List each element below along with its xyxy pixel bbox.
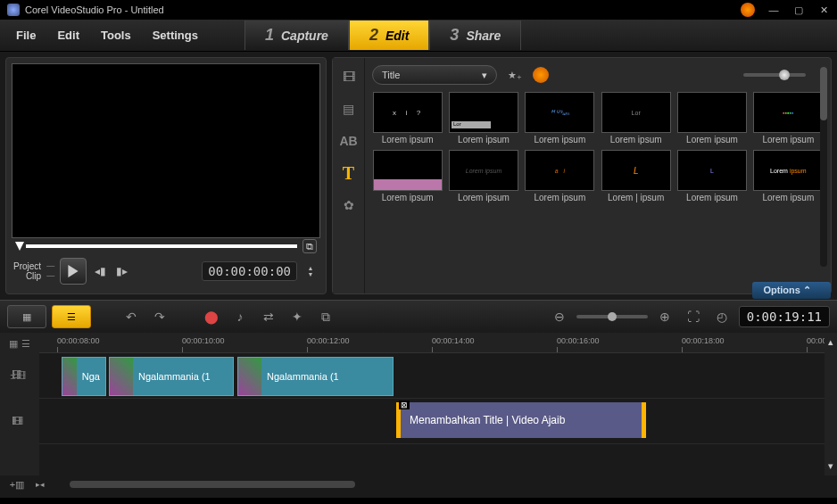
subtitle-button[interactable]: ⧉ — [314, 305, 337, 328]
seek-playhead[interactable] — [15, 242, 24, 251]
timeline-ruler[interactable]: 00:00:08:0000:00:10:0000:00:12:0000:00:1… — [39, 333, 837, 353]
libtab-text[interactable]: AB — [337, 129, 360, 153]
title-thumb[interactable]: LorLorem ipsum — [448, 92, 518, 145]
step-edit[interactable]: 2Edit — [349, 21, 429, 50]
batch-convert-button[interactable]: ⇄ — [257, 305, 280, 328]
menu-edit[interactable]: Edit — [46, 29, 90, 42]
title-clip-label: Menambahkan Title | Video Ajaib — [410, 414, 565, 426]
video-clip[interactable]: Ngalammania (1 — [109, 357, 234, 396]
title-thumb[interactable]: ▪▪▪▪▪Lorem ipsum — [753, 92, 824, 145]
zoom-out-button[interactable]: ⊖ — [548, 305, 571, 328]
audio-mixer-button[interactable]: ♪ — [228, 305, 252, 328]
storyboard-view-button[interactable]: ▦ — [7, 305, 46, 328]
track-toggle-1[interactable]: ▦ ☰ — [0, 333, 39, 354]
title-thumb[interactable]: x i ?Lorem ipsum — [372, 92, 443, 145]
libtab-transition[interactable]: ▤ — [337, 97, 360, 120]
add-favorite-icon[interactable]: ★₊ — [506, 66, 524, 84]
window-title: Corel VideoStudio Pro - Untitled — [25, 4, 741, 15]
category-dropdown[interactable]: Title▾ — [372, 65, 497, 85]
preview-timecode[interactable]: 00:00:00:00 — [202, 261, 297, 281]
video-track[interactable]: ±🎞 NgaNgalammania (1Ngalammania (1 — [39, 353, 837, 399]
video-clip[interactable]: Ngalammania (1 — [237, 357, 394, 396]
timeline-vscrollbar[interactable]: ▴▾ — [825, 333, 837, 475]
clock-button[interactable]: ◴ — [710, 305, 733, 328]
timecode-spinner[interactable]: ▲▼ — [302, 264, 319, 278]
timeline-timecode[interactable]: 0:00:19:11 — [739, 306, 830, 327]
play-button[interactable] — [60, 258, 87, 285]
next-frame-button[interactable]: ▮▸ — [113, 264, 129, 278]
libtab-title[interactable]: T — [337, 161, 360, 185]
title-thumb[interactable]: Lorem ipsum — [676, 92, 747, 145]
menu-tools[interactable]: Tools — [90, 29, 142, 42]
menu-settings[interactable]: Settings — [142, 29, 209, 42]
timeline-zoom-slider[interactable] — [576, 315, 648, 318]
maximize-button[interactable]: ▢ — [792, 4, 805, 16]
video-clip[interactable]: Nga — [62, 357, 106, 396]
step-share[interactable]: 3Share — [429, 21, 521, 50]
timeline-view-button[interactable]: ☰ — [52, 305, 91, 328]
title-thumb[interactable]: a iLorem ipsum — [525, 150, 595, 202]
app-icon — [7, 4, 20, 16]
seek-bar[interactable] — [26, 244, 297, 248]
menu-file[interactable]: File — [5, 29, 46, 42]
title-thumb[interactable]: LLorem | ipsum — [601, 150, 671, 202]
video-track-icon[interactable]: ±🎞 — [0, 353, 36, 398]
pizza-icon[interactable] — [741, 3, 755, 17]
libtab-filter[interactable]: ✿ — [337, 194, 360, 217]
title-thumb[interactable]: Lorem ipsumLorem ipsum — [753, 150, 824, 202]
painting-button[interactable]: ✦ — [286, 305, 309, 328]
options-button[interactable]: Options ⌃ — [752, 282, 831, 299]
step-capture[interactable]: 1Capture — [244, 21, 349, 50]
prev-frame-button[interactable]: ◂▮ — [92, 264, 108, 278]
minimize-button[interactable]: — — [767, 4, 780, 16]
preview-screen[interactable] — [12, 63, 320, 238]
undo-button[interactable]: ↶ — [120, 305, 143, 328]
zoom-in-button[interactable]: ⊕ — [653, 305, 676, 328]
title-thumb[interactable]: ᴹ ᵁˢᵤₘLorem ipsum — [525, 92, 595, 145]
record-button[interactable]: ⬤ — [200, 305, 223, 328]
thumb-zoom-slider[interactable] — [743, 73, 806, 77]
libtab-media[interactable]: 🎞 — [337, 65, 360, 88]
title-thumb[interactable]: LLorem ipsum — [676, 150, 747, 202]
add-track-button[interactable]: +▥ — [5, 473, 29, 496]
title-thumb[interactable]: Lorem ipsumLorem ipsum — [448, 150, 518, 202]
title-track[interactable]: 🎞 ⊠ Menambahkan Title | Video Ajaib — [39, 399, 837, 444]
mode-labels: ProjectClip — [13, 261, 41, 281]
library-scrollbar[interactable] — [820, 67, 827, 267]
title-track-icon[interactable]: 🎞 — [0, 399, 36, 443]
title-clip[interactable]: ⊠ Menambahkan Title | Video Ajaib — [396, 402, 646, 438]
timeline-hscrollbar[interactable] — [52, 479, 832, 490]
chevron-up-icon: ⌃ — [803, 285, 811, 295]
redo-button[interactable]: ↷ — [148, 305, 171, 328]
collapse-button[interactable]: ▸◂ — [29, 473, 52, 496]
title-thumb[interactable]: Lorem ipsum — [372, 150, 443, 202]
title-thumb[interactable]: LorLorem ipsum — [601, 92, 671, 145]
fit-button[interactable]: ⛶ — [682, 305, 705, 328]
audio-track[interactable] — [39, 444, 837, 475]
expand-icon[interactable]: ⧉ — [302, 239, 317, 253]
clip-lock-icon: ⊠ — [399, 401, 410, 409]
close-button[interactable]: ✕ — [817, 4, 830, 16]
chevron-down-icon: ▾ — [482, 70, 487, 81]
clock-icon[interactable] — [533, 67, 549, 83]
